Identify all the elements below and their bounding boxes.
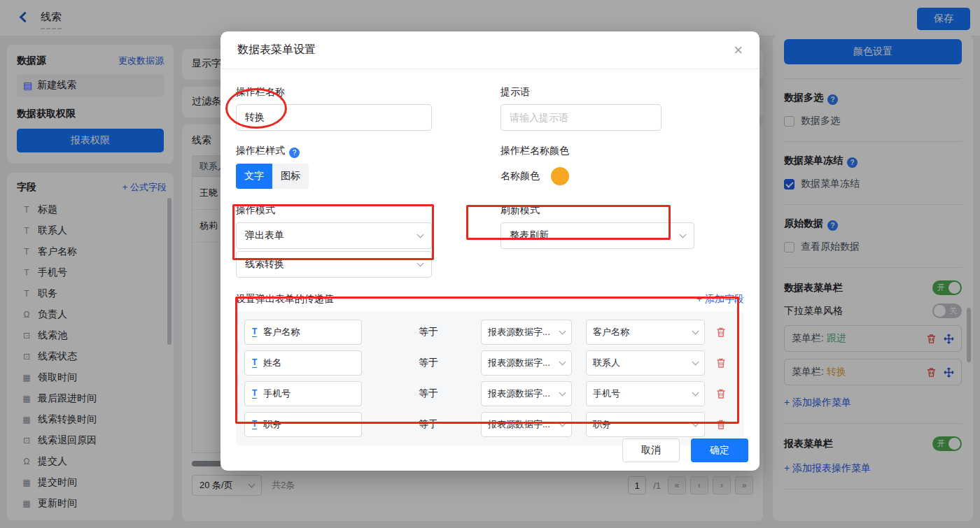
chevron-down-icon	[692, 390, 699, 397]
modal-title: 数据表菜单设置	[237, 43, 316, 57]
operation-mode-label: 操作模式	[236, 204, 500, 217]
style-icon-tab[interactable]: 图标	[272, 164, 309, 189]
style-text-tab[interactable]: 文字	[236, 164, 272, 189]
source-field-select[interactable]: 报表源数据字...	[481, 320, 572, 345]
field-name-box[interactable]: T 手机号	[244, 381, 362, 406]
action-style-label: 操作栏样式?	[236, 145, 500, 158]
action-style-segmented: 文字 图标	[236, 164, 309, 189]
action-color-label: 操作栏名称颜色	[500, 145, 744, 157]
close-icon[interactable]: ×	[734, 43, 743, 58]
transfer-row: T 职务 等于 报表源数据字... 职务	[244, 412, 736, 437]
chevron-down-icon	[692, 359, 699, 366]
value-field-select[interactable]: 职务	[586, 412, 705, 437]
color-swatch[interactable]	[551, 167, 569, 185]
source-field-select[interactable]: 报表源数据字...	[481, 381, 572, 406]
chevron-down-icon	[692, 328, 699, 335]
source-field-select[interactable]: 报表源数据字...	[481, 350, 572, 376]
cancel-button[interactable]: 取消	[622, 438, 680, 462]
field-name-box[interactable]: T 职务	[244, 412, 362, 437]
text-icon: T	[252, 389, 257, 399]
operation-mode-select[interactable]: 弹出表单	[236, 222, 432, 249]
add-field-link[interactable]: + 添加字段	[696, 293, 744, 306]
value-field-select[interactable]: 手机号	[586, 381, 705, 406]
trash-icon[interactable]	[715, 419, 727, 430]
chevron-down-icon	[417, 231, 424, 238]
table-menu-settings-modal: 数据表菜单设置 × 操作栏名称 提示语 操作栏样式? 文字	[220, 31, 760, 471]
chevron-down-icon	[559, 328, 566, 335]
tip-label: 提示语	[500, 86, 744, 99]
source-field-select[interactable]: 报表源数据字...	[481, 412, 572, 437]
modal-header: 数据表菜单设置 ×	[220, 31, 760, 69]
action-name-input[interactable]	[236, 104, 432, 131]
text-icon: T	[252, 420, 257, 429]
chevron-down-icon	[559, 359, 566, 366]
chevron-down-icon	[680, 231, 687, 238]
transfer-row: T 姓名 等于 报表源数据字... 联系人	[244, 350, 736, 376]
chevron-down-icon	[559, 420, 566, 427]
operation-target-select[interactable]: 线索转换	[236, 251, 432, 278]
transfer-values-label: 设置弹出表单的传递值	[236, 293, 334, 306]
chevron-down-icon	[692, 420, 699, 427]
trash-icon[interactable]	[715, 357, 727, 369]
help-icon[interactable]: ?	[289, 148, 300, 158]
chevron-down-icon	[417, 260, 424, 267]
action-name-label: 操作栏名称	[236, 86, 500, 99]
trash-icon[interactable]	[715, 388, 727, 399]
trash-icon[interactable]	[715, 327, 727, 338]
tip-input[interactable]	[500, 104, 662, 131]
confirm-button[interactable]: 确定	[691, 438, 748, 462]
transfer-rows-container: T 客户名称 等于 报表源数据字... 客户名称	[236, 311, 744, 445]
app-root: 线索 保存 数据源 更改数据源 ▤ 新建线索 数据获取权限 报表权限 字段 + …	[0, 0, 980, 528]
operator-label: 等于	[419, 357, 440, 369]
text-icon: T	[252, 327, 257, 337]
operator-label: 等于	[419, 418, 440, 431]
text-icon: T	[252, 358, 257, 368]
value-field-select[interactable]: 客户名称	[586, 320, 705, 345]
operator-label: 等于	[419, 326, 440, 338]
modal-body: 操作栏名称 提示语 操作栏样式? 文字 图标 操作栏名称颜色	[220, 69, 760, 445]
field-name-box[interactable]: T 客户名称	[244, 320, 362, 345]
transfer-row: T 手机号 等于 报表源数据字... 手机号	[244, 381, 736, 406]
chevron-down-icon	[559, 390, 566, 397]
refresh-mode-select[interactable]: 整表刷新	[500, 222, 694, 249]
refresh-mode-label: 刷新模式	[500, 204, 744, 217]
transfer-row: T 客户名称 等于 报表源数据字... 客户名称	[244, 320, 736, 345]
field-name-box[interactable]: T 姓名	[244, 350, 362, 376]
name-color-label: 名称颜色	[500, 170, 540, 183]
operator-label: 等于	[419, 387, 440, 400]
value-field-select[interactable]: 联系人	[586, 350, 705, 376]
